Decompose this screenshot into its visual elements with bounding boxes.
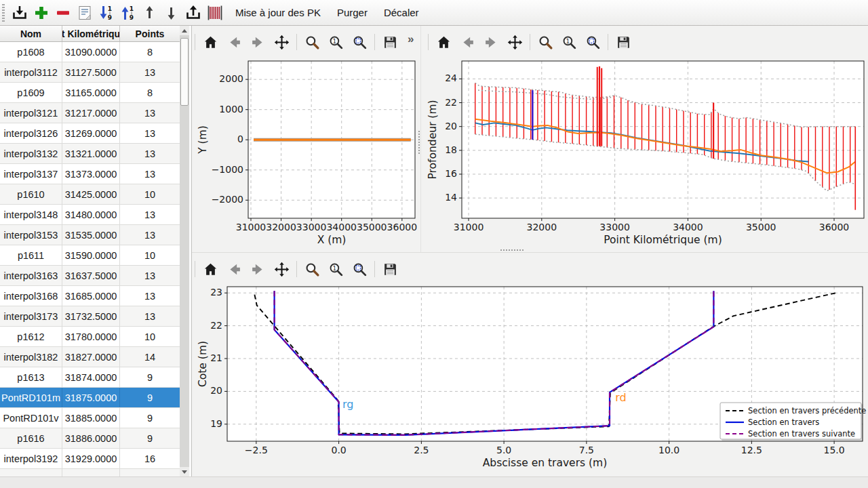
notes-button[interactable] xyxy=(74,2,96,24)
horizontal-splitter-handle[interactable] xyxy=(500,249,524,251)
mpl-forward-button[interactable] xyxy=(249,260,267,278)
table-cell: 10 xyxy=(120,245,180,265)
toolbar-separator xyxy=(428,34,429,50)
table-cell: 31875.0000 xyxy=(62,388,120,407)
table-row[interactable]: p160831090.00008 xyxy=(0,42,180,62)
mpl-zoom-button[interactable] xyxy=(303,260,321,278)
mpl-pan-button[interactable] xyxy=(506,33,524,51)
table-row[interactable]: interpol316331637.500013 xyxy=(0,266,180,286)
toolbar-separator xyxy=(195,261,195,277)
svg-text:21: 21 xyxy=(210,352,222,363)
purge-button[interactable]: Purger xyxy=(330,3,374,22)
svg-text:14: 14 xyxy=(445,192,457,203)
mpl-save-button[interactable] xyxy=(614,33,632,51)
update-pk-button[interactable]: Mise à jour des PK xyxy=(229,3,328,22)
mpl-pan-button[interactable] xyxy=(273,33,290,51)
sort-desc-button[interactable]: 19 xyxy=(96,2,117,24)
import-icon xyxy=(11,4,28,22)
table-row[interactable]: interpol313231321.000013 xyxy=(0,144,180,164)
table-cell: p1616 xyxy=(0,428,62,448)
column-header-pk[interactable]: t Kilométriqu xyxy=(62,26,120,41)
mpl-zoom-fit-button[interactable] xyxy=(351,260,368,278)
mpl-back-button[interactable] xyxy=(225,260,243,278)
table-cell: 31780.0000 xyxy=(62,327,120,346)
table-row[interactable]: p161131590.000010 xyxy=(0,245,180,266)
table-row[interactable]: interpol317331732.500013 xyxy=(0,306,180,327)
mpl-home-button[interactable] xyxy=(201,33,219,51)
table-row[interactable]: interpol313731373.000013 xyxy=(0,164,180,184)
mpl-back-button[interactable] xyxy=(458,33,476,51)
table-scrollbar[interactable] xyxy=(180,26,189,476)
scroll-up-button[interactable] xyxy=(180,26,189,35)
table-header: Nom t Kilométriqu Points xyxy=(0,26,180,42)
mpl-zoom-one-button[interactable]: 1 xyxy=(560,33,578,51)
import-button[interactable] xyxy=(9,2,31,24)
plots-area: 310003200033000340003500036000−2000−1000… xyxy=(192,26,868,476)
toolbar-drag-handle[interactable] xyxy=(2,4,5,22)
vertical-splitter-handle[interactable] xyxy=(418,131,420,154)
sort-asc-button[interactable]: 19 xyxy=(117,2,139,24)
legend-label: Section en travers xyxy=(748,418,819,427)
scroll-down-button[interactable] xyxy=(180,467,189,476)
table-cell: 13 xyxy=(120,266,180,285)
triangle-up-icon xyxy=(182,29,187,33)
sections-button[interactable] xyxy=(204,2,226,24)
mpl-save-button[interactable] xyxy=(381,260,399,278)
table-row[interactable]: interpol311231127.500013 xyxy=(0,62,180,83)
move-up-button[interactable] xyxy=(139,2,161,24)
toolbar-overflow-chevron[interactable]: » xyxy=(408,33,414,46)
mpl-zoom-button[interactable] xyxy=(303,33,321,51)
table-row-partial xyxy=(0,469,180,476)
plot-toolbar: 1 xyxy=(428,28,632,56)
shift-button[interactable]: Décaler xyxy=(377,3,426,22)
table-row[interactable]: p160931165.00008 xyxy=(0,83,180,103)
home-icon xyxy=(203,262,218,277)
table-row[interactable]: interpol314831480.000013 xyxy=(0,205,180,225)
mpl-home-button[interactable] xyxy=(201,260,219,278)
table-row[interactable]: interpol315331535.000013 xyxy=(0,225,180,245)
svg-text:0.0: 0.0 xyxy=(331,445,346,455)
table-cell: interpol3192 xyxy=(0,449,62,468)
table-cell: 13 xyxy=(120,205,180,224)
mpl-save-button[interactable] xyxy=(381,33,399,51)
column-header-nom[interactable]: Nom xyxy=(0,26,62,41)
mpl-zoom-one-button[interactable]: 1 xyxy=(327,33,344,51)
table-row[interactable]: PontRD101m31875.00009 xyxy=(0,388,180,408)
mpl-back-button[interactable] xyxy=(225,33,243,51)
mpl-zoom-button[interactable] xyxy=(536,33,554,51)
pan-icon xyxy=(274,35,290,50)
table-row[interactable]: p161331874.00009 xyxy=(0,367,180,388)
svg-text:−2.5: −2.5 xyxy=(245,445,268,455)
table-row[interactable]: interpol316831685.000013 xyxy=(0,286,180,306)
scrollbar-thumb[interactable] xyxy=(180,38,189,106)
mpl-pan-button[interactable] xyxy=(273,260,290,278)
forward-icon xyxy=(250,262,266,277)
table-row[interactable]: p161231780.000010 xyxy=(0,327,180,347)
mpl-zoom-fit-button[interactable] xyxy=(351,33,368,51)
svg-text:34000: 34000 xyxy=(326,222,357,232)
mpl-forward-button[interactable] xyxy=(249,33,267,51)
remove-button[interactable] xyxy=(52,2,74,24)
mpl-home-button[interactable] xyxy=(435,33,452,51)
table-row[interactable]: p161031425.000010 xyxy=(0,184,180,205)
move-down-button[interactable] xyxy=(161,2,182,24)
table-cell: 10 xyxy=(120,184,180,204)
table-cell: interpol3163 xyxy=(0,266,62,285)
table-cell: 13 xyxy=(120,225,180,245)
table-cell: 8 xyxy=(120,42,180,62)
table-row[interactable]: PontRD101v31885.00009 xyxy=(0,408,180,428)
table-row[interactable]: interpol312131217.000013 xyxy=(0,103,180,123)
table-row[interactable]: p161631886.00009 xyxy=(0,428,180,449)
mpl-zoom-one-button[interactable]: 1 xyxy=(327,260,344,278)
add-button[interactable] xyxy=(31,2,52,24)
mpl-zoom-fit-button[interactable] xyxy=(584,33,601,51)
table-row[interactable]: interpol319231929.000016 xyxy=(0,449,180,469)
export-button[interactable] xyxy=(182,2,204,24)
svg-text:18: 18 xyxy=(445,144,457,155)
svg-text:1: 1 xyxy=(108,5,112,12)
table-row[interactable]: interpol318231827.000014 xyxy=(0,347,180,367)
sections-icon xyxy=(206,4,224,22)
column-header-points[interactable]: Points xyxy=(120,26,180,41)
table-row[interactable]: interpol312631269.000013 xyxy=(0,123,180,144)
mpl-forward-button[interactable] xyxy=(482,33,500,51)
